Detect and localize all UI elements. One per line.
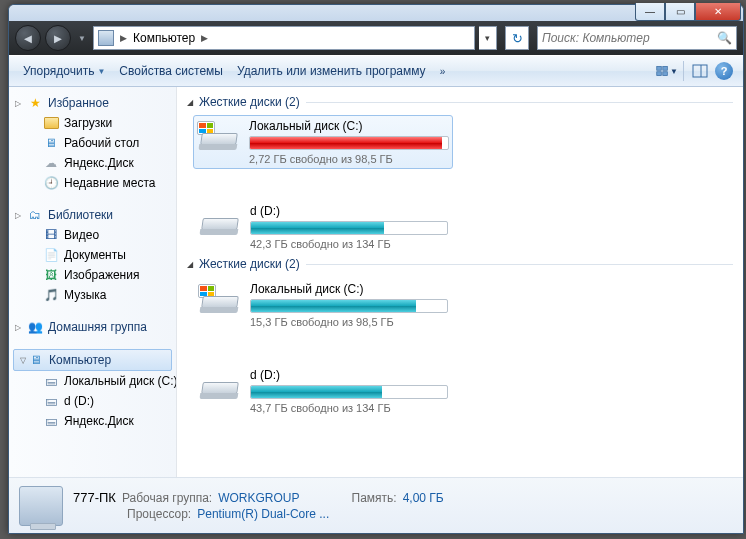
details-pane: 777-ПК Рабочая группа: WORKGROUP Память:… [9, 477, 743, 533]
libraries-header[interactable]: ▷ 🗂 Библиотеки [9, 205, 176, 225]
cpu-value: Pentium(R) Dual-Core ... [197, 507, 329, 521]
drive-icon [198, 368, 242, 406]
drive-icon [197, 119, 241, 157]
search-icon[interactable]: 🔍 [717, 31, 732, 45]
homegroup-header[interactable]: ▷ 👥 Домашняя группа [9, 317, 176, 337]
favorites-group: ▷ ★ Избранное Загрузки 🖥Рабочий стол ☁Ян… [9, 93, 176, 193]
computer-icon: 🖥 [28, 352, 44, 368]
sidebar-item-yandex-disk[interactable]: ☁Яндекс.Диск [9, 153, 176, 173]
toolbar: Упорядочить ▼ Свойства системы Удалить и… [9, 55, 743, 87]
preview-pane-button[interactable] [689, 60, 711, 82]
sidebar-item-downloads[interactable]: Загрузки [9, 113, 176, 133]
organize-label: Упорядочить [23, 64, 94, 78]
collapse-icon: ◢ [187, 98, 193, 107]
drive-row: Локальный диск (C:)2,72 ГБ свободно из 9… [193, 115, 733, 255]
svg-rect-2 [657, 72, 662, 76]
drive-item[interactable]: d (D:)43,7 ГБ свободно из 134 ГБ [193, 363, 453, 419]
libraries-label: Библиотеки [48, 208, 113, 222]
chevron-right-icon[interactable]: ▶ [118, 33, 129, 43]
close-button[interactable]: ✕ [695, 3, 741, 21]
sidebar-item-recent[interactable]: 🕘Недавние места [9, 173, 176, 193]
system-properties-button[interactable]: Свойства системы [113, 60, 229, 82]
capacity-bar [250, 385, 448, 399]
group-header[interactable]: ◢Жесткие диски (2) [187, 257, 733, 271]
uninstall-program-button[interactable]: Удалить или изменить программу [231, 60, 432, 82]
navigation-bar: ◄ ► ▼ ▶ Компьютер ▶ ▾ ↻ 🔍 [9, 21, 743, 55]
sidebar-item-yandex-disk-drive[interactable]: 🖴Яндекс.Диск [9, 411, 176, 431]
group-title: Жесткие диски (2) [199, 257, 300, 271]
capacity-bar [250, 221, 448, 235]
capacity-bar [249, 136, 449, 150]
drive-item[interactable]: Локальный диск (C:)15,3 ГБ свободно из 9… [193, 277, 453, 333]
homegroup-icon: 👥 [27, 319, 43, 335]
toolbar-overflow[interactable]: » [434, 66, 452, 77]
group-title: Жесткие диски (2) [199, 95, 300, 109]
breadcrumb-item[interactable]: Компьютер [133, 31, 195, 45]
computer-large-icon [19, 486, 63, 526]
capacity-bar [250, 299, 448, 313]
drive-icon: 🖴 [43, 373, 59, 389]
search-input[interactable] [542, 31, 732, 45]
address-bar[interactable]: ▶ Компьютер ▶ [93, 26, 475, 50]
documents-icon: 📄 [43, 247, 59, 263]
details-info: 777-ПК Рабочая группа: WORKGROUP Память:… [73, 490, 444, 521]
chevron-down-icon: ▼ [97, 67, 105, 76]
content-pane: ◢Жесткие диски (2)Локальный диск (C:)2,7… [177, 87, 743, 477]
homegroup-group: ▷ 👥 Домашняя группа [9, 317, 176, 337]
history-dropdown[interactable]: ▼ [75, 31, 89, 45]
refresh-button[interactable]: ↻ [505, 26, 529, 50]
workgroup-value: WORKGROUP [218, 491, 299, 505]
favorites-label: Избранное [48, 96, 109, 110]
svg-rect-4 [693, 65, 707, 77]
organize-menu[interactable]: Упорядочить ▼ [17, 60, 111, 82]
view-options-button[interactable]: ▼ [656, 60, 678, 82]
collapse-icon: ▷ [15, 323, 21, 332]
expand-icon: ▽ [20, 356, 26, 365]
drive-icon [198, 204, 242, 242]
memory-label: Память: [352, 491, 397, 505]
sidebar-item-disk-d[interactable]: 🖴d (D:) [9, 391, 176, 411]
homegroup-label: Домашняя группа [48, 320, 147, 334]
back-button[interactable]: ◄ [15, 25, 41, 51]
favorites-header[interactable]: ▷ ★ Избранное [9, 93, 176, 113]
sidebar-item-documents[interactable]: 📄Документы [9, 245, 176, 265]
drive-icon: 🖴 [43, 393, 59, 409]
sidebar-item-videos[interactable]: 🎞Видео [9, 225, 176, 245]
explorer-window: — ▭ ✕ ◄ ► ▼ ▶ Компьютер ▶ ▾ ↻ 🔍 Упорядоч… [8, 4, 744, 534]
body: ▷ ★ Избранное Загрузки 🖥Рабочий стол ☁Ян… [9, 87, 743, 477]
computer-group: ▽ 🖥 Компьютер 🖴Локальный диск (C:) 🖴d (D… [9, 349, 176, 431]
maximize-button[interactable]: ▭ [665, 3, 695, 21]
drive-item[interactable]: Локальный диск (C:)2,72 ГБ свободно из 9… [193, 115, 453, 169]
music-icon: 🎵 [43, 287, 59, 303]
navigation-pane: ▷ ★ Избранное Загрузки 🖥Рабочий стол ☁Ян… [9, 87, 177, 477]
drive-free-space: 43,7 ГБ свободно из 134 ГБ [250, 402, 448, 414]
star-icon: ★ [27, 95, 43, 111]
help-button[interactable]: ? [713, 60, 735, 82]
forward-button[interactable]: ► [45, 25, 71, 51]
sidebar-item-local-disk-c[interactable]: 🖴Локальный диск (C:) [9, 371, 176, 391]
collapse-icon: ▷ [15, 99, 21, 108]
titlebar[interactable]: — ▭ ✕ [9, 5, 743, 21]
minimize-button[interactable]: — [635, 3, 665, 21]
drive-item[interactable]: d (D:)42,3 ГБ свободно из 134 ГБ [193, 199, 453, 255]
group-header[interactable]: ◢Жесткие диски (2) [187, 95, 733, 109]
chevron-right-icon[interactable]: ▶ [199, 33, 210, 43]
computer-icon [98, 30, 114, 46]
sidebar-item-pictures[interactable]: 🖼Изображения [9, 265, 176, 285]
drive-free-space: 15,3 ГБ свободно из 98,5 ГБ [250, 316, 448, 328]
drive-row: Локальный диск (C:)15,3 ГБ свободно из 9… [193, 277, 733, 419]
search-box[interactable]: 🔍 [537, 26, 737, 50]
cpu-label: Процессор: [127, 507, 191, 521]
memory-value: 4,00 ГБ [403, 491, 444, 505]
sidebar-item-music[interactable]: 🎵Музыка [9, 285, 176, 305]
drive-name: Локальный диск (C:) [250, 282, 448, 296]
address-dropdown[interactable]: ▾ [479, 26, 497, 50]
drive-name: Локальный диск (C:) [249, 119, 449, 133]
svg-rect-0 [657, 66, 662, 70]
collapse-icon: ◢ [187, 260, 193, 269]
sidebar-item-desktop[interactable]: 🖥Рабочий стол [9, 133, 176, 153]
computer-header[interactable]: ▽ 🖥 Компьютер [13, 349, 172, 371]
drive-icon [198, 282, 242, 320]
libraries-group: ▷ 🗂 Библиотеки 🎞Видео 📄Документы 🖼Изобра… [9, 205, 176, 305]
window-controls: — ▭ ✕ [635, 3, 741, 21]
